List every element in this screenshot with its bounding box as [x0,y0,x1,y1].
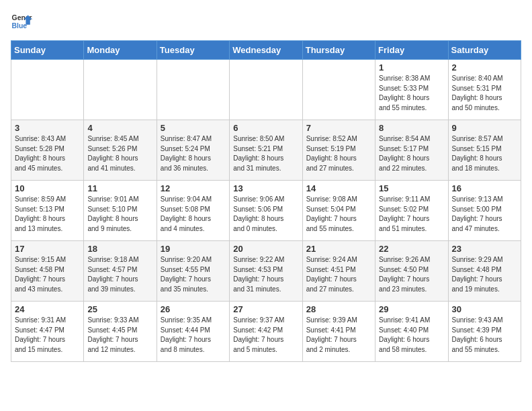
day-info: Sunrise: 9:31 AM Sunset: 4:47 PM Dayligh… [15,316,80,355]
weekday-header-wednesday: Wednesday [230,41,302,60]
day-number: 28 [306,304,371,314]
calendar-cell: 22Sunrise: 9:26 AM Sunset: 4:50 PM Dayli… [375,241,448,302]
day-number: 18 [87,244,152,254]
calendar-cell: 19Sunrise: 9:20 AM Sunset: 4:55 PM Dayli… [157,241,229,302]
calendar-cell: 21Sunrise: 9:24 AM Sunset: 4:51 PM Dayli… [302,241,375,302]
day-number: 1 [379,62,444,73]
calendar: SundayMondayTuesdayWednesdayThursdayFrid… [11,40,521,362]
day-number: 27 [233,304,298,314]
calendar-cell: 24Sunrise: 9:31 AM Sunset: 4:47 PM Dayli… [11,302,84,362]
calendar-cell: 7Sunrise: 8:52 AM Sunset: 5:19 PM Daylig… [302,120,375,181]
calendar-cell: 17Sunrise: 9:15 AM Sunset: 4:58 PM Dayli… [11,241,84,302]
calendar-cell: 18Sunrise: 9:18 AM Sunset: 4:57 PM Dayli… [84,241,157,302]
day-info: Sunrise: 8:40 AM Sunset: 5:31 PM Dayligh… [452,74,517,113]
day-number: 9 [452,123,517,133]
calendar-cell: 23Sunrise: 9:29 AM Sunset: 4:48 PM Dayli… [448,241,521,302]
day-number: 12 [161,183,226,193]
calendar-cell: 1Sunrise: 8:38 AM Sunset: 5:33 PM Daylig… [375,60,448,120]
day-info: Sunrise: 9:33 AM Sunset: 4:45 PM Dayligh… [87,316,152,355]
day-info: Sunrise: 9:26 AM Sunset: 4:50 PM Dayligh… [379,255,444,294]
day-number: 6 [233,123,298,133]
weekday-header-sunday: Sunday [11,41,84,60]
day-info: Sunrise: 8:38 AM Sunset: 5:33 PM Dayligh… [379,74,444,113]
calendar-cell [302,60,375,120]
weekday-header-monday: Monday [84,41,157,60]
calendar-cell [157,60,229,120]
day-number: 17 [15,244,80,254]
svg-text:Blue: Blue [12,22,28,30]
day-number: 21 [306,244,371,254]
day-info: Sunrise: 8:57 AM Sunset: 5:15 PM Dayligh… [452,134,517,173]
day-info: Sunrise: 8:45 AM Sunset: 5:26 PM Dayligh… [87,134,152,173]
day-info: Sunrise: 9:35 AM Sunset: 4:44 PM Dayligh… [161,316,226,355]
calendar-cell: 9Sunrise: 8:57 AM Sunset: 5:15 PM Daylig… [448,120,521,181]
calendar-cell: 12Sunrise: 9:04 AM Sunset: 5:08 PM Dayli… [157,181,229,241]
page-header: General Blue [11,11,521,32]
day-number: 3 [15,123,80,133]
day-info: Sunrise: 8:43 AM Sunset: 5:28 PM Dayligh… [15,134,80,173]
calendar-cell: 14Sunrise: 9:08 AM Sunset: 5:04 PM Dayli… [302,181,375,241]
calendar-cell: 13Sunrise: 9:06 AM Sunset: 5:06 PM Dayli… [230,181,302,241]
day-number: 24 [15,304,80,314]
day-number: 29 [379,304,444,314]
calendar-cell: 10Sunrise: 8:59 AM Sunset: 5:13 PM Dayli… [11,181,84,241]
calendar-cell: 5Sunrise: 8:47 AM Sunset: 5:24 PM Daylig… [157,120,229,181]
day-number: 2 [452,62,517,73]
day-info: Sunrise: 9:20 AM Sunset: 4:55 PM Dayligh… [161,255,226,294]
calendar-cell: 25Sunrise: 9:33 AM Sunset: 4:45 PM Dayli… [84,302,157,362]
calendar-cell: 2Sunrise: 8:40 AM Sunset: 5:31 PM Daylig… [448,60,521,120]
day-number: 13 [233,183,298,193]
day-info: Sunrise: 9:37 AM Sunset: 4:42 PM Dayligh… [233,316,298,355]
day-info: Sunrise: 9:41 AM Sunset: 4:40 PM Dayligh… [379,316,444,355]
day-number: 23 [452,244,517,254]
day-info: Sunrise: 9:06 AM Sunset: 5:06 PM Dayligh… [233,195,298,234]
day-info: Sunrise: 9:22 AM Sunset: 4:53 PM Dayligh… [233,255,298,294]
calendar-cell: 3Sunrise: 8:43 AM Sunset: 5:28 PM Daylig… [11,120,84,181]
weekday-header-friday: Friday [375,41,448,60]
calendar-cell: 27Sunrise: 9:37 AM Sunset: 4:42 PM Dayli… [230,302,302,362]
day-info: Sunrise: 9:13 AM Sunset: 5:00 PM Dayligh… [452,195,517,234]
day-number: 22 [379,244,444,254]
day-info: Sunrise: 9:24 AM Sunset: 4:51 PM Dayligh… [306,255,371,294]
day-number: 25 [87,304,152,314]
calendar-cell [11,60,84,120]
calendar-cell [84,60,157,120]
calendar-cell: 11Sunrise: 9:01 AM Sunset: 5:10 PM Dayli… [84,181,157,241]
day-info: Sunrise: 9:08 AM Sunset: 5:04 PM Dayligh… [306,195,371,234]
weekday-header-saturday: Saturday [448,41,521,60]
weekday-header-tuesday: Tuesday [157,41,229,60]
calendar-cell: 15Sunrise: 9:11 AM Sunset: 5:02 PM Dayli… [375,181,448,241]
day-number: 11 [87,183,152,193]
calendar-cell [230,60,302,120]
day-info: Sunrise: 9:29 AM Sunset: 4:48 PM Dayligh… [452,255,517,294]
day-info: Sunrise: 9:11 AM Sunset: 5:02 PM Dayligh… [379,195,444,234]
day-info: Sunrise: 8:59 AM Sunset: 5:13 PM Dayligh… [15,195,80,234]
day-number: 16 [452,183,517,193]
day-info: Sunrise: 9:39 AM Sunset: 4:41 PM Dayligh… [306,316,371,355]
day-number: 14 [306,183,371,193]
day-number: 4 [87,123,152,133]
day-number: 26 [161,304,226,314]
day-info: Sunrise: 8:50 AM Sunset: 5:21 PM Dayligh… [233,134,298,173]
day-info: Sunrise: 9:43 AM Sunset: 4:39 PM Dayligh… [452,316,517,355]
day-info: Sunrise: 8:47 AM Sunset: 5:24 PM Dayligh… [161,134,226,173]
calendar-cell: 28Sunrise: 9:39 AM Sunset: 4:41 PM Dayli… [302,302,375,362]
day-info: Sunrise: 9:01 AM Sunset: 5:10 PM Dayligh… [87,195,152,234]
calendar-cell: 8Sunrise: 8:54 AM Sunset: 5:17 PM Daylig… [375,120,448,181]
weekday-header-thursday: Thursday [302,41,375,60]
day-info: Sunrise: 8:54 AM Sunset: 5:17 PM Dayligh… [379,134,444,173]
calendar-cell: 6Sunrise: 8:50 AM Sunset: 5:21 PM Daylig… [230,120,302,181]
day-number: 5 [161,123,226,133]
calendar-cell: 16Sunrise: 9:13 AM Sunset: 5:00 PM Dayli… [448,181,521,241]
day-info: Sunrise: 8:52 AM Sunset: 5:19 PM Dayligh… [306,134,371,173]
calendar-cell: 26Sunrise: 9:35 AM Sunset: 4:44 PM Dayli… [157,302,229,362]
day-number: 7 [306,123,371,133]
calendar-cell: 20Sunrise: 9:22 AM Sunset: 4:53 PM Dayli… [230,241,302,302]
calendar-cell: 30Sunrise: 9:43 AM Sunset: 4:39 PM Dayli… [448,302,521,362]
day-info: Sunrise: 9:18 AM Sunset: 4:57 PM Dayligh… [87,255,152,294]
day-number: 8 [379,123,444,133]
day-number: 19 [161,244,226,254]
logo: General Blue [11,11,32,32]
logo-icon: General Blue [11,11,32,32]
day-info: Sunrise: 9:15 AM Sunset: 4:58 PM Dayligh… [15,255,80,294]
